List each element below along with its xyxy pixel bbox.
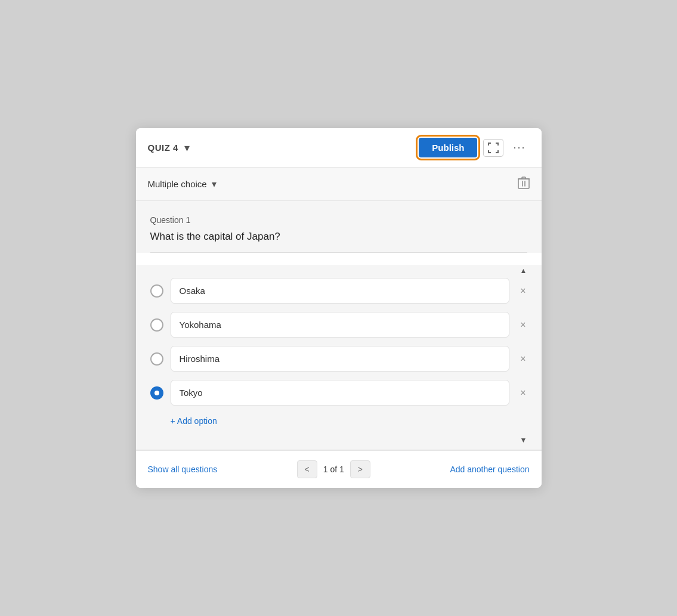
option-input-3[interactable] xyxy=(171,346,510,372)
fullscreen-button[interactable] xyxy=(483,139,503,157)
scroll-up-arrow-icon: ▲ xyxy=(520,267,527,275)
scroll-down-arrow-icon: ▼ xyxy=(520,436,527,444)
publish-button[interactable]: Publish xyxy=(419,138,477,157)
option-row-3: × xyxy=(150,346,530,372)
question-type-chevron-icon: ▾ xyxy=(212,178,217,190)
quiz-title: QUIZ 4 xyxy=(148,143,178,153)
quiz-title-area: QUIZ 4 ▾ xyxy=(148,141,190,154)
quiz-container: QUIZ 4 ▾ Publish ··· Multiple choice ▾ xyxy=(136,128,542,488)
remove-option-button-1[interactable]: × xyxy=(517,283,529,299)
prev-question-button[interactable]: < xyxy=(297,460,317,478)
add-option-link[interactable]: + Add option xyxy=(171,416,217,426)
show-all-questions-link[interactable]: Show all questions xyxy=(148,465,218,474)
radio-button-3[interactable] xyxy=(150,352,163,366)
quiz-title-chevron-icon[interactable]: ▾ xyxy=(184,141,190,154)
option-input-4[interactable] xyxy=(171,380,510,405)
page-indicator: 1 of 1 xyxy=(323,465,344,474)
radio-button-2[interactable] xyxy=(150,318,163,332)
quiz-body: Question 1 What is the capital of Japan? xyxy=(136,201,542,253)
quiz-header-actions: Publish ··· xyxy=(419,138,529,157)
option-row-4: × xyxy=(150,380,530,405)
scroll-down-indicator: ▼ xyxy=(150,434,530,450)
remove-option-button-2[interactable]: × xyxy=(517,317,529,333)
options-area: ▲ ×××× + Add option ▼ xyxy=(136,265,542,450)
delete-question-button[interactable] xyxy=(518,176,530,192)
remove-option-button-3[interactable]: × xyxy=(517,351,529,367)
svg-rect-0 xyxy=(518,179,529,188)
fullscreen-icon xyxy=(488,143,499,153)
quiz-header: QUIZ 4 ▾ Publish ··· xyxy=(136,128,542,168)
question-number: Question 1 xyxy=(150,215,527,225)
option-row-2: × xyxy=(150,312,530,338)
pagination-area: < 1 of 1 > xyxy=(297,460,370,478)
options-list: ×××× xyxy=(150,278,530,405)
option-row-1: × xyxy=(150,278,530,304)
question-divider xyxy=(150,252,527,253)
quiz-subheader: Multiple choice ▾ xyxy=(136,168,542,201)
more-options-button[interactable]: ··· xyxy=(509,139,529,156)
question-type-selector[interactable]: Multiple choice ▾ xyxy=(148,178,217,190)
radio-button-1[interactable] xyxy=(150,284,163,298)
quiz-footer: Show all questions < 1 of 1 > Add anothe… xyxy=(136,450,542,488)
question-type-label: Multiple choice xyxy=(148,179,207,189)
radio-button-4[interactable] xyxy=(150,386,163,400)
trash-icon xyxy=(518,176,530,189)
add-another-question-link[interactable]: Add another question xyxy=(450,465,529,474)
option-input-1[interactable] xyxy=(171,278,510,304)
scroll-up-indicator: ▲ xyxy=(150,265,530,276)
question-text: What is the capital of Japan? xyxy=(150,231,527,243)
option-input-2[interactable] xyxy=(171,312,510,338)
next-question-button[interactable]: > xyxy=(350,460,370,478)
remove-option-button-4[interactable]: × xyxy=(517,385,529,401)
